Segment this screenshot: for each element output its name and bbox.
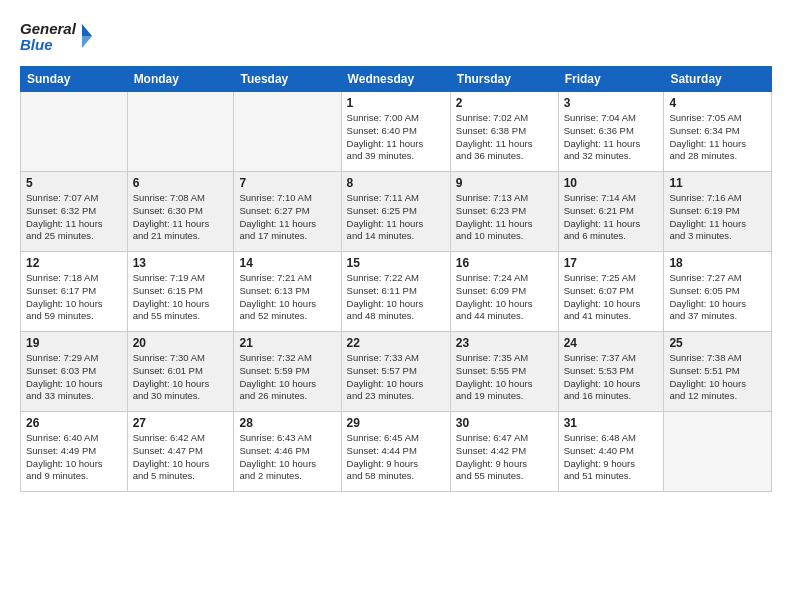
day-info: Sunrise: 7:30 AM Sunset: 6:01 PM Dayligh… xyxy=(133,352,229,403)
day-number: 6 xyxy=(133,176,229,190)
day-number: 20 xyxy=(133,336,229,350)
day-number: 8 xyxy=(347,176,445,190)
day-info: Sunrise: 6:43 AM Sunset: 4:46 PM Dayligh… xyxy=(239,432,335,483)
logo-svg: GeneralBlue xyxy=(20,16,100,56)
weekday-header-friday: Friday xyxy=(558,67,664,92)
day-info: Sunrise: 7:38 AM Sunset: 5:51 PM Dayligh… xyxy=(669,352,766,403)
day-info: Sunrise: 7:14 AM Sunset: 6:21 PM Dayligh… xyxy=(564,192,659,243)
day-number: 25 xyxy=(669,336,766,350)
svg-text:Blue: Blue xyxy=(20,36,53,53)
day-number: 18 xyxy=(669,256,766,270)
day-number: 11 xyxy=(669,176,766,190)
day-number: 2 xyxy=(456,96,553,110)
day-number: 21 xyxy=(239,336,335,350)
day-info: Sunrise: 6:42 AM Sunset: 4:47 PM Dayligh… xyxy=(133,432,229,483)
day-number: 23 xyxy=(456,336,553,350)
weekday-header-saturday: Saturday xyxy=(664,67,772,92)
svg-marker-2 xyxy=(82,24,92,36)
week-row-1: 5Sunrise: 7:07 AM Sunset: 6:32 PM Daylig… xyxy=(21,172,772,252)
day-cell: 19Sunrise: 7:29 AM Sunset: 6:03 PM Dayli… xyxy=(21,332,128,412)
day-cell: 20Sunrise: 7:30 AM Sunset: 6:01 PM Dayli… xyxy=(127,332,234,412)
weekday-header-row: SundayMondayTuesdayWednesdayThursdayFrid… xyxy=(21,67,772,92)
day-cell: 9Sunrise: 7:13 AM Sunset: 6:23 PM Daylig… xyxy=(450,172,558,252)
week-row-0: 1Sunrise: 7:00 AM Sunset: 6:40 PM Daylig… xyxy=(21,92,772,172)
day-cell: 16Sunrise: 7:24 AM Sunset: 6:09 PM Dayli… xyxy=(450,252,558,332)
day-cell: 24Sunrise: 7:37 AM Sunset: 5:53 PM Dayli… xyxy=(558,332,664,412)
day-info: Sunrise: 7:19 AM Sunset: 6:15 PM Dayligh… xyxy=(133,272,229,323)
page: GeneralBlue SundayMondayTuesdayWednesday… xyxy=(0,0,792,504)
day-info: Sunrise: 6:45 AM Sunset: 4:44 PM Dayligh… xyxy=(347,432,445,483)
weekday-header-tuesday: Tuesday xyxy=(234,67,341,92)
svg-text:General: General xyxy=(20,20,77,37)
week-row-4: 26Sunrise: 6:40 AM Sunset: 4:49 PM Dayli… xyxy=(21,412,772,492)
day-cell: 30Sunrise: 6:47 AM Sunset: 4:42 PM Dayli… xyxy=(450,412,558,492)
day-info: Sunrise: 7:33 AM Sunset: 5:57 PM Dayligh… xyxy=(347,352,445,403)
day-number: 19 xyxy=(26,336,122,350)
day-cell: 31Sunrise: 6:48 AM Sunset: 4:40 PM Dayli… xyxy=(558,412,664,492)
day-cell: 21Sunrise: 7:32 AM Sunset: 5:59 PM Dayli… xyxy=(234,332,341,412)
day-cell: 3Sunrise: 7:04 AM Sunset: 6:36 PM Daylig… xyxy=(558,92,664,172)
day-number: 16 xyxy=(456,256,553,270)
day-number: 30 xyxy=(456,416,553,430)
day-info: Sunrise: 7:22 AM Sunset: 6:11 PM Dayligh… xyxy=(347,272,445,323)
day-info: Sunrise: 7:37 AM Sunset: 5:53 PM Dayligh… xyxy=(564,352,659,403)
day-number: 22 xyxy=(347,336,445,350)
day-cell: 8Sunrise: 7:11 AM Sunset: 6:25 PM Daylig… xyxy=(341,172,450,252)
day-info: Sunrise: 6:40 AM Sunset: 4:49 PM Dayligh… xyxy=(26,432,122,483)
day-cell: 22Sunrise: 7:33 AM Sunset: 5:57 PM Dayli… xyxy=(341,332,450,412)
day-cell: 15Sunrise: 7:22 AM Sunset: 6:11 PM Dayli… xyxy=(341,252,450,332)
logo: GeneralBlue xyxy=(20,16,100,56)
day-cell: 1Sunrise: 7:00 AM Sunset: 6:40 PM Daylig… xyxy=(341,92,450,172)
day-number: 9 xyxy=(456,176,553,190)
day-cell: 17Sunrise: 7:25 AM Sunset: 6:07 PM Dayli… xyxy=(558,252,664,332)
day-info: Sunrise: 6:48 AM Sunset: 4:40 PM Dayligh… xyxy=(564,432,659,483)
day-cell xyxy=(234,92,341,172)
day-number: 17 xyxy=(564,256,659,270)
day-info: Sunrise: 7:07 AM Sunset: 6:32 PM Dayligh… xyxy=(26,192,122,243)
day-cell: 28Sunrise: 6:43 AM Sunset: 4:46 PM Dayli… xyxy=(234,412,341,492)
day-number: 29 xyxy=(347,416,445,430)
day-cell: 12Sunrise: 7:18 AM Sunset: 6:17 PM Dayli… xyxy=(21,252,128,332)
day-info: Sunrise: 7:32 AM Sunset: 5:59 PM Dayligh… xyxy=(239,352,335,403)
day-info: Sunrise: 7:24 AM Sunset: 6:09 PM Dayligh… xyxy=(456,272,553,323)
day-cell: 2Sunrise: 7:02 AM Sunset: 6:38 PM Daylig… xyxy=(450,92,558,172)
day-info: Sunrise: 7:10 AM Sunset: 6:27 PM Dayligh… xyxy=(239,192,335,243)
day-info: Sunrise: 7:27 AM Sunset: 6:05 PM Dayligh… xyxy=(669,272,766,323)
day-info: Sunrise: 6:47 AM Sunset: 4:42 PM Dayligh… xyxy=(456,432,553,483)
day-number: 7 xyxy=(239,176,335,190)
day-number: 4 xyxy=(669,96,766,110)
day-cell: 26Sunrise: 6:40 AM Sunset: 4:49 PM Dayli… xyxy=(21,412,128,492)
day-number: 14 xyxy=(239,256,335,270)
week-row-2: 12Sunrise: 7:18 AM Sunset: 6:17 PM Dayli… xyxy=(21,252,772,332)
weekday-header-thursday: Thursday xyxy=(450,67,558,92)
day-number: 15 xyxy=(347,256,445,270)
day-number: 10 xyxy=(564,176,659,190)
day-cell xyxy=(21,92,128,172)
day-info: Sunrise: 7:21 AM Sunset: 6:13 PM Dayligh… xyxy=(239,272,335,323)
day-cell: 27Sunrise: 6:42 AM Sunset: 4:47 PM Dayli… xyxy=(127,412,234,492)
day-info: Sunrise: 7:13 AM Sunset: 6:23 PM Dayligh… xyxy=(456,192,553,243)
day-cell: 25Sunrise: 7:38 AM Sunset: 5:51 PM Dayli… xyxy=(664,332,772,412)
day-info: Sunrise: 7:04 AM Sunset: 6:36 PM Dayligh… xyxy=(564,112,659,163)
day-number: 31 xyxy=(564,416,659,430)
svg-marker-3 xyxy=(82,36,92,48)
weekday-header-wednesday: Wednesday xyxy=(341,67,450,92)
day-number: 5 xyxy=(26,176,122,190)
day-info: Sunrise: 7:11 AM Sunset: 6:25 PM Dayligh… xyxy=(347,192,445,243)
day-info: Sunrise: 7:29 AM Sunset: 6:03 PM Dayligh… xyxy=(26,352,122,403)
day-number: 1 xyxy=(347,96,445,110)
day-info: Sunrise: 7:35 AM Sunset: 5:55 PM Dayligh… xyxy=(456,352,553,403)
day-cell: 4Sunrise: 7:05 AM Sunset: 6:34 PM Daylig… xyxy=(664,92,772,172)
day-cell: 18Sunrise: 7:27 AM Sunset: 6:05 PM Dayli… xyxy=(664,252,772,332)
day-info: Sunrise: 7:16 AM Sunset: 6:19 PM Dayligh… xyxy=(669,192,766,243)
day-number: 27 xyxy=(133,416,229,430)
day-cell: 7Sunrise: 7:10 AM Sunset: 6:27 PM Daylig… xyxy=(234,172,341,252)
day-number: 3 xyxy=(564,96,659,110)
day-cell: 23Sunrise: 7:35 AM Sunset: 5:55 PM Dayli… xyxy=(450,332,558,412)
day-info: Sunrise: 7:00 AM Sunset: 6:40 PM Dayligh… xyxy=(347,112,445,163)
day-number: 13 xyxy=(133,256,229,270)
day-number: 12 xyxy=(26,256,122,270)
day-cell: 5Sunrise: 7:07 AM Sunset: 6:32 PM Daylig… xyxy=(21,172,128,252)
weekday-header-sunday: Sunday xyxy=(21,67,128,92)
week-row-3: 19Sunrise: 7:29 AM Sunset: 6:03 PM Dayli… xyxy=(21,332,772,412)
